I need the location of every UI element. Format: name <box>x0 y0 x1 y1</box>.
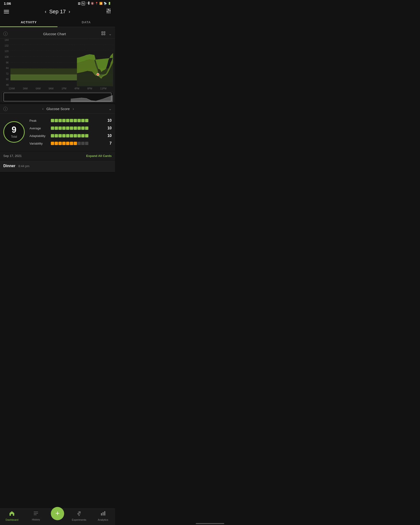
glucose-chart-info-icon[interactable]: i <box>3 32 8 36</box>
chart-minimap[interactable] <box>2 92 113 102</box>
avg-bar-1 <box>51 126 54 130</box>
fullscreen-icon[interactable] <box>101 31 105 36</box>
svg-rect-11 <box>102 34 103 35</box>
menu-line-2 <box>4 11 9 12</box>
peak-bar-10 <box>85 119 88 122</box>
photo-icon: 🖼 <box>78 2 81 5</box>
avg-bar-6 <box>70 126 73 130</box>
y-label-120: 120 <box>2 50 9 53</box>
peak-bar-6 <box>70 119 73 122</box>
x-label-12am: 12AM <box>9 87 15 90</box>
peak-bar-7 <box>74 119 77 122</box>
header-date: ‹ Sep 17 › <box>45 9 70 15</box>
y-axis: 144 132 120 108 96 84 72 60 48 <box>2 39 9 86</box>
status-bar: 1:06 🖼 N ʿ 🔇 📍 📶 📡 🔋 <box>0 0 115 6</box>
var-bar-5 <box>66 142 69 145</box>
var-bar-6 <box>70 142 73 145</box>
avg-bar-9 <box>81 126 85 130</box>
total-score-value: 9 <box>12 126 16 134</box>
adapt-bar-3 <box>58 134 62 137</box>
var-bar-4 <box>62 142 65 145</box>
adapt-bar-7 <box>74 134 77 137</box>
metric-average-label: Average <box>29 126 51 130</box>
peak-bar-2 <box>55 119 58 122</box>
glucose-score-info-icon[interactable]: i <box>3 107 8 111</box>
avg-bar-7 <box>74 126 77 130</box>
y-label-84: 84 <box>2 67 9 69</box>
y-label-108: 108 <box>2 56 9 58</box>
svg-rect-12 <box>104 34 105 35</box>
adapt-bar-8 <box>77 134 81 137</box>
header: ‹ Sep 17 › <box>0 6 115 18</box>
menu-button[interactable] <box>4 10 9 13</box>
var-bar-3 <box>58 142 62 145</box>
x-label-8pm: 8PM <box>87 87 92 90</box>
expand-all-button[interactable]: Expand All Cards <box>86 154 112 158</box>
chart-collapse-icon[interactable]: ⌄ <box>109 32 112 36</box>
x-label-3am: 3AM <box>23 87 28 90</box>
status-time: 1:06 <box>4 1 11 5</box>
metric-adaptability-value: 10 <box>106 134 112 138</box>
settings-button[interactable] <box>106 8 111 15</box>
avg-bar-3 <box>58 126 62 130</box>
glucose-chart-header: i Glucose Chart ⌄ <box>0 29 115 39</box>
mute-icon: 🔇 <box>91 2 94 5</box>
chart-area[interactable]: 144 132 120 108 96 84 72 60 48 <box>2 39 113 86</box>
glucose-score-title: Glucose Score <box>46 107 70 111</box>
activity-card-dinner[interactable]: Dinner 8:44 pm <box>0 160 115 172</box>
metric-variability-label: Variability <box>29 142 51 145</box>
tab-data[interactable]: DATA <box>57 18 115 27</box>
x-axis: 12AM 3AM 6AM 9AM 1PM 4PM 8PM 11PM <box>0 86 115 92</box>
svg-point-26 <box>97 73 99 76</box>
activity-title: Dinner <box>3 164 15 168</box>
next-score-button[interactable]: › <box>73 107 74 111</box>
score-content: 9 Total Peak <box>0 114 115 151</box>
x-label-6am: 6AM <box>36 87 41 90</box>
bluetooth-icon: ʿ <box>86 1 90 5</box>
metric-adaptability: Adaptability 10 <box>29 134 112 138</box>
y-label-60: 60 <box>2 78 9 81</box>
current-date: Sep 17 <box>49 9 66 15</box>
settings-icon <box>106 9 111 15</box>
var-bar-2 <box>55 142 58 145</box>
glucose-chart-section: i Glucose Chart ⌄ 144 132 <box>0 27 115 102</box>
tab-activity[interactable]: ACTIVITY <box>0 18 57 27</box>
adapt-bar-5 <box>66 134 69 137</box>
prev-score-button[interactable]: ‹ <box>42 107 44 111</box>
nfc-icon: N <box>82 1 85 5</box>
var-bar-1 <box>51 142 54 145</box>
metric-peak: Peak 10 <box>29 118 112 123</box>
date-section-bar: Sep 17, 2021 Expand All Cards <box>0 152 115 160</box>
chart-svg <box>10 39 113 86</box>
metric-peak-label: Peak <box>29 119 51 122</box>
glucose-chart-actions: ⌄ <box>101 31 112 36</box>
avg-bar-5 <box>66 126 69 130</box>
chart-plot <box>10 39 113 86</box>
var-bar-8 <box>77 142 81 145</box>
prev-date-button[interactable]: ‹ <box>45 9 46 14</box>
score-metrics: Peak 10 <box>29 118 112 146</box>
adapt-bar-2 <box>55 134 58 137</box>
y-label-132: 132 <box>2 45 9 47</box>
adapt-bar-9 <box>81 134 85 137</box>
avg-bar-2 <box>55 126 58 130</box>
var-bar-10 <box>85 142 88 145</box>
menu-line-1 <box>4 10 9 10</box>
battery-icon: 🔋 <box>108 2 111 5</box>
svg-point-6 <box>110 10 110 11</box>
glucose-chart-title: Glucose Chart <box>43 32 66 36</box>
x-label-9am: 9AM <box>49 87 54 90</box>
svg-rect-10 <box>104 32 105 33</box>
next-date-button[interactable]: › <box>69 9 70 14</box>
metric-average-bars <box>51 126 104 130</box>
y-label-72: 72 <box>2 73 9 75</box>
status-icons: 🖼 N ʿ 🔇 📍 📶 📡 🔋 <box>78 1 111 5</box>
adapt-bar-6 <box>70 134 73 137</box>
signal-icon: 📡 <box>104 2 107 5</box>
metric-variability-bars <box>51 142 104 145</box>
avg-bar-10 <box>85 126 88 130</box>
glucose-score-header: i ‹ Glucose Score › ⌄ <box>0 104 115 114</box>
y-label-48: 48 <box>2 84 9 86</box>
score-collapse-icon[interactable]: ⌄ <box>109 106 112 111</box>
score-nav: ‹ Glucose Score › <box>42 107 74 111</box>
